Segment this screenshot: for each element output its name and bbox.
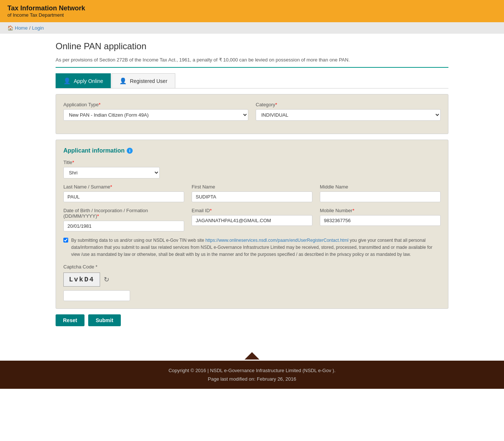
header-title-main: Tax Information Network — [7, 4, 85, 12]
header-title-sub: of Income Tax Department — [7, 12, 85, 18]
section-title: Applicant information i — [63, 147, 441, 154]
app-type-required: * — [99, 102, 100, 107]
page-title: Online PAN application — [56, 41, 448, 51]
info-icon[interactable]: i — [127, 148, 133, 154]
last-name-label: Last Name / Surname* — [63, 184, 184, 190]
app-type-row: Application Type* New PAN - Indian Citiz… — [63, 102, 441, 121]
last-name-input[interactable] — [63, 191, 184, 202]
consent-checkbox[interactable] — [63, 238, 68, 243]
breadcrumb-login[interactable]: Login — [32, 25, 44, 31]
dob-input[interactable] — [63, 221, 184, 231]
first-name-label: First Name — [192, 184, 312, 190]
email-group: Email ID* — [192, 208, 312, 231]
reset-button[interactable]: Reset — [56, 314, 84, 326]
middle-name-input[interactable] — [320, 191, 441, 202]
category-group: Category* INDIVIDUALHUFCOMPANYFIRMAOP/BO… — [256, 102, 441, 121]
dob-label: Date of Birth / Incorporation / Formatio… — [63, 208, 184, 219]
category-required: * — [275, 102, 277, 107]
tab-registered-user[interactable]: 👤 Registered User — [112, 73, 175, 88]
email-input[interactable] — [192, 215, 312, 226]
application-type-label: Application Type* — [63, 102, 248, 107]
submit-button[interactable]: Submit — [88, 314, 120, 326]
dob-group: Date of Birth / Incorporation / Formatio… — [63, 208, 184, 231]
notice-text: As per provisions of Section 272B of the… — [56, 57, 448, 68]
email-label: Email ID* — [192, 208, 312, 213]
breadcrumb-home[interactable]: Home — [15, 25, 28, 31]
footer: Copyright © 2016 | NSDL e-Governance Inf… — [0, 361, 504, 389]
registered-user-icon: 👤 — [119, 77, 127, 84]
category-select[interactable]: INDIVIDUALHUFCOMPANYFIRMAOP/BOILOCAL AUT… — [256, 109, 441, 121]
mobile-input[interactable] — [320, 215, 441, 226]
header: Tax Information Network of Income Tax De… — [0, 0, 504, 22]
tab-registered-user-label: Registered User — [130, 78, 167, 84]
consent-text-content: By submitting data to us and/or using ou… — [71, 237, 441, 258]
app-type-section: Application Type* New PAN - Indian Citiz… — [56, 94, 448, 134]
captcha-input[interactable] — [63, 290, 130, 301]
footer-modified: Page last modified on: February 26, 2016 — [7, 375, 497, 383]
tabs-container: 👤 Apply Online 👤 Registered User — [56, 73, 448, 88]
breadcrumb: 🏠 Home / Login — [0, 22, 504, 34]
consent-link[interactable]: https://www.onlineservices.nsdl.com/paam… — [205, 238, 348, 243]
captcha-section: Captcha Code * LvkD4 ↻ — [63, 264, 441, 301]
tab-apply-online-label: Apply Online — [74, 78, 103, 84]
title-group: Title* ShriSmtKumariM/s — [63, 160, 160, 178]
captcha-image: LvkD4 — [63, 273, 100, 287]
application-type-group: Application Type* New PAN - Indian Citiz… — [63, 102, 248, 121]
captcha-container: LvkD4 ↻ — [63, 273, 441, 287]
apply-online-icon: 👤 — [63, 77, 71, 84]
title-select[interactable]: ShriSmtKumariM/s — [63, 167, 160, 178]
first-name-group: First Name — [192, 184, 312, 202]
mobile-group: Mobile Number* — [320, 208, 441, 231]
button-row: Reset Submit — [56, 314, 448, 326]
applicant-section: Applicant information i Title* ShriSmtKu… — [56, 140, 448, 309]
arrow-up-wrapper — [0, 341, 504, 361]
title-label: Title* — [63, 160, 160, 165]
middle-name-group: Middle Name — [320, 184, 441, 202]
home-icon: 🏠 — [7, 25, 13, 31]
application-type-select[interactable]: New PAN - Indian Citizen (Form 49A)New P… — [63, 109, 248, 121]
dob-email-mobile-row: Date of Birth / Incorporation / Formatio… — [63, 208, 441, 231]
footer-arrow-container — [0, 334, 504, 361]
last-name-group: Last Name / Surname* — [63, 184, 184, 202]
footer-copyright: Copyright © 2016 | NSDL e-Governance Inf… — [7, 366, 497, 375]
first-name-input[interactable] — [192, 191, 312, 202]
mobile-label: Mobile Number* — [320, 208, 441, 213]
middle-name-label: Middle Name — [320, 184, 441, 190]
refresh-captcha-icon[interactable]: ↻ — [104, 275, 109, 284]
scroll-top-arrow[interactable] — [245, 352, 259, 360]
name-row: Last Name / Surname* First Name Middle N… — [63, 184, 441, 202]
main-content: Online PAN application As per provisions… — [48, 41, 456, 326]
title-row: Title* ShriSmtKumariM/s — [63, 160, 441, 178]
category-label: Category* — [256, 102, 441, 107]
consent-section: By submitting data to us and/or using ou… — [63, 237, 441, 258]
tab-apply-online[interactable]: 👤 Apply Online — [56, 73, 111, 88]
captcha-label: Captcha Code * — [63, 264, 441, 270]
applicant-info-title: Applicant information — [63, 147, 125, 154]
header-logo: Tax Information Network of Income Tax De… — [7, 4, 85, 18]
breadcrumb-separator: / — [29, 25, 31, 31]
